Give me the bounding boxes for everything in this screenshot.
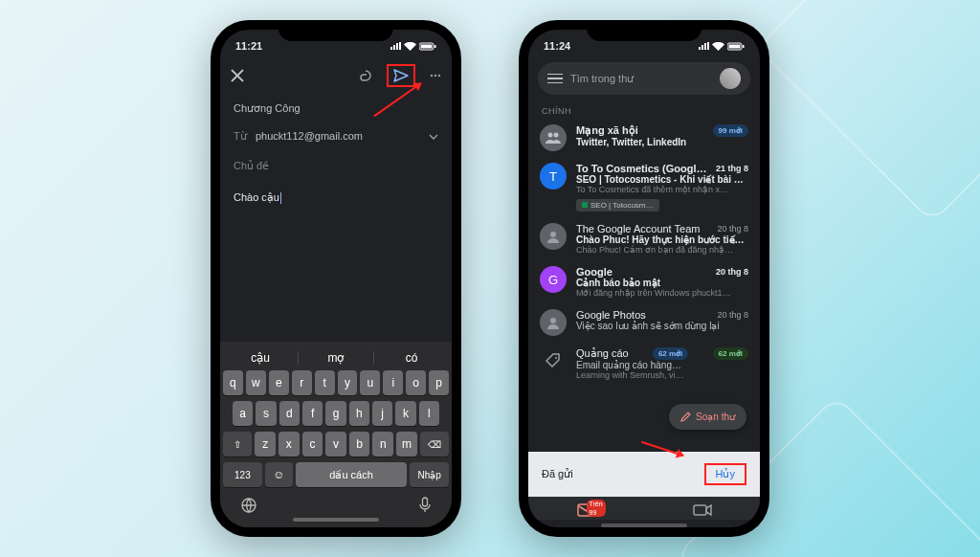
- home-indicator[interactable]: [293, 518, 379, 522]
- promo-item[interactable]: Quảng cáo62 mới62 mớiEmail quảng cáo hàn…: [528, 342, 760, 386]
- snackbar-text: Đã gửi: [542, 468, 573, 480]
- key-r[interactable]: r: [292, 370, 312, 395]
- undo-button[interactable]: Hủy: [704, 463, 746, 485]
- mail-avatar: T: [540, 163, 567, 189]
- mail-item[interactable]: The Google Account Team20 thg 8Chào Phuc…: [528, 217, 760, 260]
- key-t[interactable]: t: [315, 370, 335, 395]
- globe-icon[interactable]: [240, 497, 257, 514]
- mail-subject: Cảnh báo bảo mật: [576, 278, 748, 288]
- mail-subject: Chào Phuc! Hãy thực hiện bước tiế…: [576, 234, 748, 245]
- mail-date: 21 thg 8: [716, 164, 748, 173]
- key-row: asdfghjkl: [223, 401, 449, 426]
- suggestion[interactable]: cậu: [223, 351, 298, 365]
- key-y[interactable]: y: [338, 370, 358, 395]
- key-f[interactable]: f: [302, 401, 323, 426]
- hamburger-icon[interactable]: [547, 74, 563, 84]
- key-w[interactable]: w: [246, 370, 266, 395]
- body-field[interactable]: Chào cậu: [220, 182, 452, 342]
- mail-avatar: G: [540, 266, 567, 293]
- compose-fab[interactable]: Soạn thư: [669, 404, 746, 430]
- mail-avatar: [540, 223, 567, 250]
- key-g[interactable]: g: [325, 401, 345, 426]
- mail-sender: Mạng xã hội: [576, 124, 638, 137]
- nav-mail-icon[interactable]: Trên 99: [577, 502, 596, 518]
- key-x[interactable]: x: [278, 432, 300, 457]
- mic-icon[interactable]: [418, 497, 432, 514]
- mail-subject: Email quảng cáo hàng…: [576, 360, 748, 370]
- key-⌫[interactable]: ⌫: [420, 432, 449, 457]
- suggestion[interactable]: mợ: [298, 351, 374, 365]
- compose-screen: 11:21: [220, 30, 452, 527]
- key-z[interactable]: z: [255, 432, 276, 457]
- svg-point-12: [554, 133, 559, 138]
- account-avatar[interactable]: [720, 68, 741, 89]
- key-space[interactable]: dấu cách: [296, 462, 407, 487]
- send-icon[interactable]: [393, 69, 409, 82]
- key-a[interactable]: a: [233, 401, 253, 426]
- send-highlight: [387, 64, 415, 87]
- svg-rect-9: [729, 44, 741, 48]
- svg-point-4: [434, 75, 436, 77]
- suggestion[interactable]: có: [374, 351, 449, 365]
- key-i[interactable]: i: [383, 370, 403, 395]
- mail-snippet: Learning with Semrush, vi…: [576, 370, 748, 380]
- mail-label: SEO | Totocosm…: [576, 199, 659, 212]
- mail-date: 20 thg 8: [717, 224, 748, 234]
- count-badge: 62 mới: [653, 347, 688, 360]
- key-emoji[interactable]: ☺: [265, 462, 293, 487]
- home-indicator[interactable]: [601, 524, 687, 527]
- mail-subject: Twitter, Twitter, LinkedIn: [576, 137, 748, 147]
- search-bar[interactable]: Tìm trong thư: [538, 62, 750, 95]
- mail-item[interactable]: TTo To Cosmetics (Google Tra.21 thg 8SEO…: [528, 157, 760, 217]
- subject-field[interactable]: Chủ đề: [220, 150, 452, 182]
- mail-item[interactable]: Mạng xã hội99 mớiTwitter, Twitter, Linke…: [528, 119, 760, 157]
- key-p[interactable]: p: [429, 370, 449, 395]
- phone-left: 11:21: [211, 20, 461, 537]
- close-icon[interactable]: [230, 68, 245, 83]
- key-e[interactable]: e: [269, 370, 289, 395]
- svg-point-5: [438, 75, 440, 77]
- key-123[interactable]: 123: [223, 462, 262, 487]
- mail-item[interactable]: GGoogle20 thg 8Cảnh báo bảo mậtMới đăng …: [528, 260, 760, 303]
- key-⇧[interactable]: ⇧: [223, 432, 252, 457]
- key-u[interactable]: u: [360, 370, 380, 395]
- mail-item[interactable]: Google Photos20 thg 8Việc sao lưu ảnh sẽ…: [528, 303, 760, 342]
- mail-snippet: Chào Phuc! Cảm ơn bạn đã đăng nhậ…: [576, 245, 748, 255]
- more-icon[interactable]: [429, 69, 442, 82]
- key-m[interactable]: m: [396, 432, 417, 457]
- key-k[interactable]: k: [395, 401, 415, 426]
- nav-badge: Trên 99: [587, 500, 606, 517]
- status-icons: [698, 42, 745, 51]
- mail-avatar: [540, 309, 567, 336]
- key-j[interactable]: j: [372, 401, 392, 426]
- key-row: qwertyuiop: [223, 370, 449, 395]
- key-n[interactable]: n: [372, 432, 393, 457]
- key-row: ⇧zxcvbnm⌫: [223, 432, 449, 457]
- key-return[interactable]: Nhập: [410, 462, 449, 487]
- mail-list[interactable]: Mạng xã hội99 mớiTwitter, Twitter, Linke…: [528, 119, 760, 452]
- key-d[interactable]: d: [279, 401, 300, 426]
- nav-meet-icon[interactable]: [693, 502, 712, 518]
- svg-rect-7: [423, 498, 428, 506]
- search-placeholder: Tìm trong thư: [570, 73, 712, 85]
- bottom-nav: Trên 99: [528, 497, 760, 520]
- svg-rect-17: [694, 505, 706, 515]
- to-field[interactable]: Chương Công: [220, 95, 452, 123]
- key-o[interactable]: o: [406, 370, 426, 395]
- key-b[interactable]: b: [349, 432, 370, 457]
- mail-sender: Google Photos: [576, 309, 646, 321]
- key-c[interactable]: c: [302, 432, 323, 457]
- svg-point-11: [548, 133, 553, 138]
- key-q[interactable]: q: [223, 370, 243, 395]
- chevron-down-icon[interactable]: [429, 134, 438, 140]
- mail-snippet: Mới đăng nhập trên Windows phuckt1…: [576, 288, 748, 298]
- key-s[interactable]: s: [256, 401, 276, 426]
- attach-icon[interactable]: [358, 69, 373, 82]
- key-v[interactable]: v: [325, 432, 346, 457]
- status-icons: [390, 42, 436, 51]
- mail-date: 20 thg 8: [717, 310, 748, 320]
- from-field[interactable]: Từ phuckt112@gmail.com: [220, 123, 452, 150]
- key-h[interactable]: h: [349, 401, 369, 426]
- snackbar: Đã gửi Hủy: [528, 452, 760, 497]
- key-l[interactable]: l: [419, 401, 439, 426]
